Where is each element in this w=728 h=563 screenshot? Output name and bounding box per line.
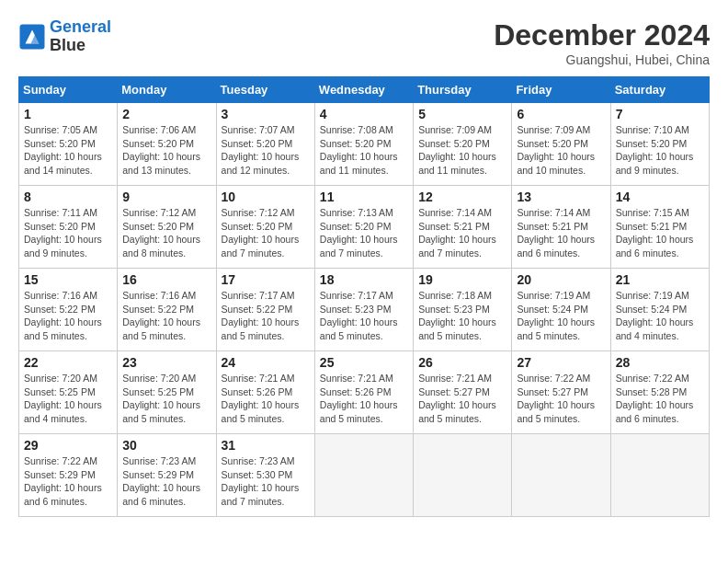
calendar-cell: 18Sunrise: 7:17 AMSunset: 5:23 PMDayligh… bbox=[314, 269, 413, 351]
day-info: Sunrise: 7:19 AMSunset: 5:24 PMDaylight:… bbox=[517, 289, 605, 343]
day-number: 16 bbox=[122, 272, 210, 287]
week-row-2: 8Sunrise: 7:11 AMSunset: 5:20 PMDaylight… bbox=[19, 186, 710, 269]
calendar-cell: 19Sunrise: 7:18 AMSunset: 5:23 PMDayligh… bbox=[414, 269, 512, 351]
day-number: 27 bbox=[517, 355, 605, 370]
day-number: 28 bbox=[616, 355, 704, 370]
day-info: Sunrise: 7:12 AMSunset: 5:20 PMDaylight:… bbox=[122, 206, 210, 260]
day-info: Sunrise: 7:14 AMSunset: 5:21 PMDaylight:… bbox=[418, 206, 506, 260]
day-number: 29 bbox=[24, 438, 112, 453]
day-number: 19 bbox=[418, 272, 506, 287]
day-number: 3 bbox=[222, 107, 310, 121]
calendar-cell: 3Sunrise: 7:07 AMSunset: 5:20 PMDaylight… bbox=[216, 103, 314, 186]
column-header-saturday: Saturday bbox=[610, 77, 709, 103]
day-number: 25 bbox=[320, 355, 408, 370]
column-header-wednesday: Wednesday bbox=[314, 77, 413, 103]
day-info: Sunrise: 7:20 AMSunset: 5:25 PMDaylight:… bbox=[24, 372, 112, 426]
calendar-cell bbox=[610, 434, 709, 517]
day-info: Sunrise: 7:07 AMSunset: 5:20 PMDaylight:… bbox=[222, 123, 310, 178]
day-number: 2 bbox=[122, 107, 210, 121]
location: Guangshui, Hubei, China bbox=[494, 52, 710, 67]
week-row-3: 15Sunrise: 7:16 AMSunset: 5:22 PMDayligh… bbox=[19, 269, 710, 351]
day-info: Sunrise: 7:20 AMSunset: 5:25 PMDaylight:… bbox=[122, 372, 210, 426]
day-info: Sunrise: 7:15 AMSunset: 5:21 PMDaylight:… bbox=[616, 206, 704, 260]
day-info: Sunrise: 7:22 AMSunset: 5:28 PMDaylight:… bbox=[616, 372, 704, 426]
day-info: Sunrise: 7:06 AMSunset: 5:20 PMDaylight:… bbox=[122, 123, 210, 178]
calendar-cell: 9Sunrise: 7:12 AMSunset: 5:20 PMDaylight… bbox=[118, 186, 216, 269]
calendar-cell: 11Sunrise: 7:13 AMSunset: 5:20 PMDayligh… bbox=[314, 186, 413, 269]
day-number: 23 bbox=[122, 355, 210, 370]
column-header-sunday: Sunday bbox=[19, 77, 118, 103]
day-info: Sunrise: 7:14 AMSunset: 5:21 PMDaylight:… bbox=[517, 206, 605, 260]
week-row-1: 1Sunrise: 7:05 AMSunset: 5:20 PMDaylight… bbox=[19, 103, 710, 186]
day-info: Sunrise: 7:05 AMSunset: 5:20 PMDaylight:… bbox=[24, 123, 112, 178]
day-info: Sunrise: 7:21 AMSunset: 5:26 PMDaylight:… bbox=[320, 372, 408, 426]
calendar-cell: 23Sunrise: 7:20 AMSunset: 5:25 PMDayligh… bbox=[118, 351, 216, 434]
day-info: Sunrise: 7:09 AMSunset: 5:20 PMDaylight:… bbox=[418, 123, 506, 178]
day-info: Sunrise: 7:08 AMSunset: 5:20 PMDaylight:… bbox=[320, 123, 408, 178]
calendar-cell: 24Sunrise: 7:21 AMSunset: 5:26 PMDayligh… bbox=[216, 351, 314, 434]
day-number: 11 bbox=[320, 190, 408, 204]
day-number: 18 bbox=[320, 272, 408, 287]
day-info: Sunrise: 7:12 AMSunset: 5:20 PMDaylight:… bbox=[222, 206, 310, 260]
calendar-cell: 7Sunrise: 7:10 AMSunset: 5:20 PMDaylight… bbox=[610, 103, 709, 186]
calendar-cell: 22Sunrise: 7:20 AMSunset: 5:25 PMDayligh… bbox=[19, 351, 118, 434]
calendar-cell: 30Sunrise: 7:23 AMSunset: 5:29 PMDayligh… bbox=[118, 434, 216, 517]
calendar-cell: 16Sunrise: 7:16 AMSunset: 5:22 PMDayligh… bbox=[118, 269, 216, 351]
calendar-cell bbox=[314, 434, 413, 517]
day-info: Sunrise: 7:22 AMSunset: 5:27 PMDaylight:… bbox=[517, 372, 605, 426]
day-number: 6 bbox=[517, 107, 605, 121]
week-row-4: 22Sunrise: 7:20 AMSunset: 5:25 PMDayligh… bbox=[19, 351, 710, 434]
calendar-header-row: SundayMondayTuesdayWednesdayThursdayFrid… bbox=[19, 77, 710, 103]
calendar-cell: 27Sunrise: 7:22 AMSunset: 5:27 PMDayligh… bbox=[512, 351, 610, 434]
column-header-tuesday: Tuesday bbox=[216, 77, 314, 103]
day-number: 30 bbox=[122, 438, 210, 453]
column-header-friday: Friday bbox=[512, 77, 610, 103]
logo-icon bbox=[18, 23, 46, 51]
day-info: Sunrise: 7:17 AMSunset: 5:22 PMDaylight:… bbox=[222, 289, 310, 343]
calendar-cell: 29Sunrise: 7:22 AMSunset: 5:29 PMDayligh… bbox=[19, 434, 118, 517]
calendar-cell: 10Sunrise: 7:12 AMSunset: 5:20 PMDayligh… bbox=[216, 186, 314, 269]
column-header-thursday: Thursday bbox=[414, 77, 512, 103]
calendar-cell: 14Sunrise: 7:15 AMSunset: 5:21 PMDayligh… bbox=[610, 186, 709, 269]
calendar-cell: 26Sunrise: 7:21 AMSunset: 5:27 PMDayligh… bbox=[414, 351, 512, 434]
day-info: Sunrise: 7:11 AMSunset: 5:20 PMDaylight:… bbox=[24, 206, 112, 260]
calendar-table: SundayMondayTuesdayWednesdayThursdayFrid… bbox=[18, 76, 710, 517]
column-header-monday: Monday bbox=[118, 77, 216, 103]
calendar-cell: 17Sunrise: 7:17 AMSunset: 5:22 PMDayligh… bbox=[216, 269, 314, 351]
day-number: 4 bbox=[320, 107, 408, 121]
calendar-cell: 28Sunrise: 7:22 AMSunset: 5:28 PMDayligh… bbox=[610, 351, 709, 434]
calendar-cell: 8Sunrise: 7:11 AMSunset: 5:20 PMDaylight… bbox=[19, 186, 118, 269]
day-number: 21 bbox=[616, 272, 704, 287]
day-number: 5 bbox=[418, 107, 506, 121]
calendar-cell: 4Sunrise: 7:08 AMSunset: 5:20 PMDaylight… bbox=[314, 103, 413, 186]
day-info: Sunrise: 7:21 AMSunset: 5:27 PMDaylight:… bbox=[418, 372, 506, 426]
calendar-cell: 25Sunrise: 7:21 AMSunset: 5:26 PMDayligh… bbox=[314, 351, 413, 434]
day-number: 13 bbox=[517, 190, 605, 204]
day-number: 8 bbox=[24, 190, 112, 204]
day-info: Sunrise: 7:19 AMSunset: 5:24 PMDaylight:… bbox=[616, 289, 704, 343]
day-number: 20 bbox=[517, 272, 605, 287]
day-number: 31 bbox=[222, 438, 310, 453]
logo: General Blue bbox=[18, 18, 111, 55]
day-number: 24 bbox=[222, 355, 310, 370]
calendar-cell: 5Sunrise: 7:09 AMSunset: 5:20 PMDaylight… bbox=[414, 103, 512, 186]
day-info: Sunrise: 7:23 AMSunset: 5:29 PMDaylight:… bbox=[122, 454, 210, 509]
day-info: Sunrise: 7:09 AMSunset: 5:20 PMDaylight:… bbox=[517, 123, 605, 178]
calendar-cell: 15Sunrise: 7:16 AMSunset: 5:22 PMDayligh… bbox=[19, 269, 118, 351]
calendar-cell: 6Sunrise: 7:09 AMSunset: 5:20 PMDaylight… bbox=[512, 103, 610, 186]
calendar-cell: 20Sunrise: 7:19 AMSunset: 5:24 PMDayligh… bbox=[512, 269, 610, 351]
day-number: 26 bbox=[418, 355, 506, 370]
day-info: Sunrise: 7:16 AMSunset: 5:22 PMDaylight:… bbox=[24, 289, 112, 343]
calendar-cell: 12Sunrise: 7:14 AMSunset: 5:21 PMDayligh… bbox=[414, 186, 512, 269]
day-info: Sunrise: 7:16 AMSunset: 5:22 PMDaylight:… bbox=[122, 289, 210, 343]
calendar-cell bbox=[512, 434, 610, 517]
day-info: Sunrise: 7:22 AMSunset: 5:29 PMDaylight:… bbox=[24, 454, 112, 509]
day-number: 12 bbox=[418, 190, 506, 204]
logo-text: General Blue bbox=[50, 18, 111, 55]
month-title: December 2024 bbox=[494, 18, 710, 52]
calendar-cell: 1Sunrise: 7:05 AMSunset: 5:20 PMDaylight… bbox=[19, 103, 118, 186]
day-number: 15 bbox=[24, 272, 112, 287]
day-info: Sunrise: 7:21 AMSunset: 5:26 PMDaylight:… bbox=[222, 372, 310, 426]
calendar-cell: 2Sunrise: 7:06 AMSunset: 5:20 PMDaylight… bbox=[118, 103, 216, 186]
day-info: Sunrise: 7:13 AMSunset: 5:20 PMDaylight:… bbox=[320, 206, 408, 260]
